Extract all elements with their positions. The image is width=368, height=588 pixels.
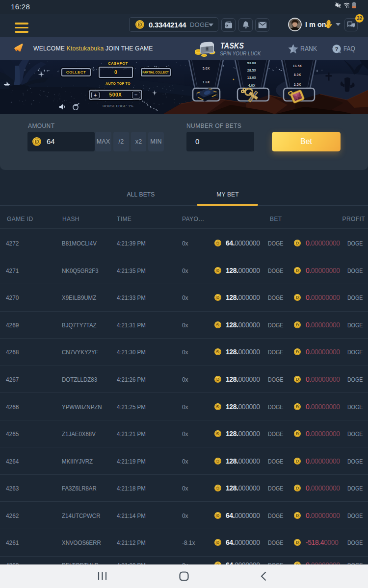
- svg-text:?: ?: [335, 46, 338, 52]
